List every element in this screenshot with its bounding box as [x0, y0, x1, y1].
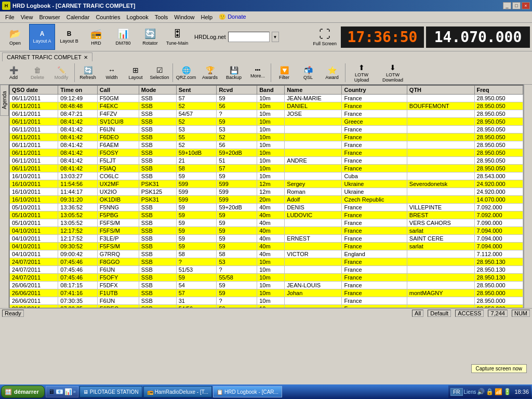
table-cell: SSB [139, 243, 176, 250]
width-button[interactable]: Width [100, 62, 123, 84]
table-row[interactable]: 16/10/201111:44:17UX2IOPSK12559959912mRo… [10, 188, 523, 196]
lotw-download-button[interactable]: LOTW Download [377, 62, 408, 84]
menu-view[interactable]: View [18, 13, 36, 21]
col-band[interactable]: Band [257, 86, 285, 95]
menu-calendar[interactable]: Calendar [63, 13, 93, 21]
menu-window[interactable]: Window [171, 13, 197, 21]
table-row[interactable]: 26/06/201108:17:15F5DFXSSB545910mJEAN-LO… [10, 282, 523, 289]
col-country[interactable]: Country [342, 86, 407, 95]
table-row[interactable]: 04/10/201109:00:42G7RRQSSB585840mVICTORE… [10, 250, 523, 258]
tune-main-button[interactable]: Tune-Main [164, 24, 190, 50]
col-call[interactable]: Call [97, 86, 139, 95]
table-cell: JEAN-LOUIS [285, 282, 342, 289]
table-cell: 59 [176, 211, 217, 219]
table-cell: 06/11/2011 [10, 102, 58, 110]
table-row[interactable]: 24/07/201107:45:46F6IJNSSB51/53?10mFranc… [10, 266, 523, 274]
fullscreen-label[interactable]: Full Screen [313, 41, 337, 46]
table-cell: 06/11/2011 [10, 141, 58, 149]
add-button[interactable]: Add [2, 62, 25, 84]
table-cell: 10m [257, 118, 285, 126]
table-row[interactable]: 26/06/201107:30:35F6IJNSSB31?10mFrance28… [10, 297, 523, 305]
menu-donate[interactable]: 🙂 Donate [216, 12, 249, 21]
table-row[interactable]: 06/11/201109:12:49F50GMSSB575910mJEAN-MA… [10, 95, 523, 102]
awards-button[interactable]: Awards [198, 62, 221, 84]
menu-tools[interactable]: Tools [152, 13, 171, 21]
table-row[interactable]: 06/11/201108:41:42F6IJNSSB535310mFrance2… [10, 126, 523, 134]
selection-button[interactable]: Selection [148, 62, 171, 84]
qsl-button[interactable]: QSL [297, 62, 320, 84]
table-cell: ? [217, 110, 257, 118]
scrollbar[interactable] [524, 85, 532, 308]
table-row[interactable]: 06/11/201108:41:42F5IAQSSB585710mFrance2… [10, 165, 523, 172]
col-qth[interactable]: QTH [407, 86, 474, 95]
col-freq[interactable]: Freq [474, 86, 523, 95]
dm780-button[interactable]: DM780 [110, 24, 136, 50]
table-cell: France [342, 211, 407, 219]
table-cell: Ukraine [342, 188, 407, 196]
table-cell: 12m [257, 188, 285, 196]
top-toolbar: Open A Layout A B Layout B HRD DM780 Rot… [0, 23, 532, 51]
table-row[interactable]: 04/10/201112:17:52F5FS/MSSB595940mFrance… [10, 227, 523, 235]
table-row[interactable]: 26/06/201107:41:16F1UTBSSB575910mJohanFr… [10, 289, 523, 297]
hrdlog-dropdown[interactable]: ▼ [272, 32, 279, 42]
backup-button[interactable]: Backup [222, 62, 245, 84]
delete-button[interactable]: Delete [26, 62, 49, 84]
table-row[interactable]: 05/10/201113:05:52F5PBGSSB595940mLUDOVIC… [10, 211, 523, 219]
layout-button[interactable]: Layout [124, 62, 147, 84]
menu-help[interactable]: Help [197, 13, 216, 21]
table-row[interactable]: 06/11/201108:41:42F5LJTSSB215110mANDREFr… [10, 157, 523, 165]
table-row[interactable]: 04/10/201109:30:52F5FS/MSSB595940mFrance… [10, 243, 523, 250]
table-row[interactable]: 16/10/201113:03:27CO6LCSSB595910mCuba28.… [10, 172, 523, 180]
table-row[interactable]: 06/11/201108:48:48F4EKCSSB525610mDANIELF… [10, 102, 523, 110]
table-row[interactable]: 05/10/201113:05:52F5FS/MSSB595940mFrance… [10, 219, 523, 227]
qrz-button[interactable]: QRZ.com [175, 62, 197, 84]
table-row[interactable]: 24/07/201107:45:46F8GGOSSB?5310mFrance28… [10, 258, 523, 266]
table-row[interactable]: 24/07/201107:45:46F5OFYSSB5955/5810mFran… [10, 274, 523, 282]
table-cell: 08:41:42 [58, 118, 98, 126]
doc-tab[interactable]: CARNET TRAFIC COMPLET ✕ [2, 52, 92, 61]
modify-button[interactable]: Modify [50, 62, 73, 84]
maximize-button[interactable]: □ [512, 2, 521, 9]
close-button[interactable]: × [522, 2, 530, 9]
table-row[interactable]: 06/11/201108:41:42F5OSYSSB59+10dB59+20dB… [10, 149, 523, 157]
col-rcvd[interactable]: Rcvd [217, 86, 257, 95]
layout-a-button[interactable]: A Layout A [29, 24, 55, 50]
table-cell [285, 274, 342, 282]
minimize-button[interactable]: _ [503, 2, 511, 9]
table-row[interactable]: 04/10/201112:17:52F3LE/PSSB595940mERNEST… [10, 235, 523, 243]
menu-logbook[interactable]: Logbook [123, 13, 151, 21]
table-row[interactable]: 06/11/201108:41:42F6DEOSSB555210mFrance2… [10, 134, 523, 141]
status-numlock: NUM [512, 310, 530, 317]
col-mode[interactable]: Mode [139, 86, 176, 95]
table-row[interactable]: 06/11/201108:41:42SV1CU/8SSB525910mGreec… [10, 118, 523, 126]
award-button[interactable]: Award [321, 62, 343, 84]
hrdlog-input[interactable] [228, 32, 270, 42]
col-sent[interactable]: Sent [176, 86, 217, 95]
rotator-button[interactable]: Rotator [137, 24, 163, 50]
table-cell: BREST [407, 211, 474, 219]
width-icon [108, 66, 115, 74]
table-row[interactable]: 06/11/201108:41:42F6AEMSSB525610mFrance2… [10, 141, 523, 149]
table-cell [285, 141, 342, 149]
col-date[interactable]: QSO date [10, 86, 58, 95]
log-table-container[interactable]: QSO date Time on Call Mode Sent Rcvd Ban… [9, 85, 524, 308]
table-row[interactable]: 16/10/201109:31:20OK1DIBPSK3159959920mAd… [10, 196, 523, 204]
col-time[interactable]: Time on [58, 86, 98, 95]
open-button[interactable]: Open [2, 24, 28, 50]
menu-browser[interactable]: Browser [36, 13, 63, 21]
doc-tab-close[interactable]: ✕ [84, 55, 88, 60]
menu-countries[interactable]: Countries [92, 13, 123, 21]
refresh-button[interactable]: Refresh [76, 62, 99, 84]
hrd-button[interactable]: HRD [83, 24, 109, 50]
col-name[interactable]: Name [285, 86, 342, 95]
table-row[interactable]: 05/10/201113:36:52F5NNGSSB5959+20dB40mDE… [10, 204, 523, 211]
table-row[interactable]: 26/06/201107:30:35F6DEOSSB54/565910mFran… [10, 305, 523, 309]
filter-button[interactable]: Filter [273, 62, 296, 84]
table-row[interactable]: 06/11/201108:47:21F4FZVSSB54/57?10mJOSEF… [10, 110, 523, 118]
menu-file[interactable]: File [2, 13, 18, 21]
table-row[interactable]: 16/10/201111:54:56UX2MFPSK3159959912mSer… [10, 180, 523, 188]
layout-b-button[interactable]: B Layout B [56, 24, 82, 50]
table-cell: VICTOR [285, 250, 342, 258]
lotw-upload-button[interactable]: LOTW Upload [347, 62, 376, 84]
more-button[interactable]: More... [246, 62, 269, 84]
